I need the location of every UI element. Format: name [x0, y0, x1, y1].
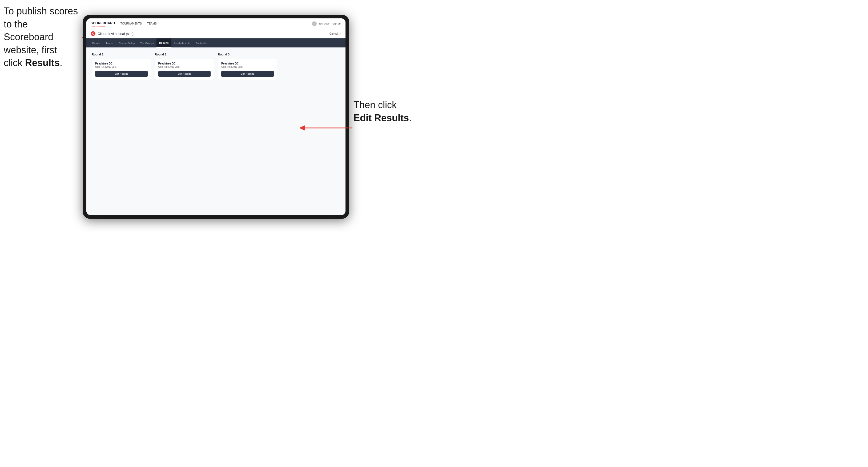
round-1-title: Round 1	[92, 53, 151, 56]
instruction-line1: To publish scores	[4, 6, 78, 17]
round-3-details: Gold (M) (7010 yds)	[221, 66, 274, 68]
nav-links: TOURNAMENTS TEAMS	[121, 22, 157, 25]
nav-right: U Test User | Sign out	[312, 21, 341, 26]
tab-course-setup[interactable]: Course Setup	[116, 38, 137, 48]
rounds-grid: Round 1 Peachtree GC Gold (M) (7010 yds)…	[92, 53, 340, 80]
tab-tee-groups[interactable]: Tee Groups	[137, 38, 156, 48]
instruction-right: Then click Edit Results.	[353, 99, 428, 124]
instruction-left: To publish scores to the Scoreboard webs…	[4, 5, 79, 69]
round-1-card: Peachtree GC Gold (M) (7010 yds) Edit Re…	[92, 59, 151, 80]
tournament-header: C Clippd Invitational (sim) Cancel ✕	[86, 29, 345, 38]
round-3-column: Round 3 Peachtree GC Gold (M) (7010 yds)…	[218, 53, 277, 80]
round-2-title: Round 2	[155, 53, 214, 56]
round-2-column: Round 2 Peachtree GC Gold (M) (7010 yds)…	[155, 53, 214, 80]
edit-results-1-button[interactable]: Edit Results	[95, 71, 148, 77]
top-nav: SCOREBOARD Powered by clippd TOURNAMENTS…	[86, 19, 345, 29]
edit-results-3-button[interactable]: Edit Results	[221, 71, 274, 77]
round-2-card: Peachtree GC Gold (M) (7010 yds) Edit Re…	[155, 59, 214, 80]
instruction-right-bold: Edit Results	[353, 113, 409, 123]
round-1-course: Peachtree GC	[95, 62, 148, 65]
tournament-name: Clippd Invitational (sim)	[98, 32, 133, 36]
edit-results-2-button[interactable]: Edit Results	[158, 71, 211, 77]
tablet-frame: SCOREBOARD Powered by clippd TOURNAMENTS…	[83, 15, 349, 219]
tab-nav: Details Teams Course Setup Tee Groups Re…	[86, 38, 345, 48]
tab-printables[interactable]: Printables	[193, 38, 210, 48]
logo: SCOREBOARD Powered by clippd	[91, 21, 115, 27]
round-3-card: Peachtree GC Gold (M) (7010 yds) Edit Re…	[218, 59, 277, 80]
user-label: Test User |	[319, 22, 330, 25]
tab-teams[interactable]: Teams	[103, 38, 116, 48]
instruction-bold: Results	[25, 57, 60, 68]
instruction-line4: click Results.	[4, 57, 62, 68]
round-1-details: Gold (M) (7010 yds)	[95, 66, 148, 68]
round-2-course: Peachtree GC	[158, 62, 211, 65]
round-4-column-empty	[281, 53, 340, 80]
sign-out-link[interactable]: Sign out	[333, 22, 341, 25]
cancel-button[interactable]: Cancel ✕	[330, 32, 341, 35]
tab-leaderboards[interactable]: Leaderboards	[172, 38, 193, 48]
instruction-line2: to the Scoreboard	[4, 19, 53, 43]
instruction-right-line1: Then click	[353, 99, 397, 111]
main-content: Round 1 Peachtree GC Gold (M) (7010 yds)…	[86, 48, 345, 215]
nav-teams[interactable]: TEAMS	[147, 22, 157, 25]
round-1-column: Round 1 Peachtree GC Gold (M) (7010 yds)…	[92, 53, 151, 80]
tab-results[interactable]: Results	[156, 38, 172, 48]
user-avatar: U	[312, 21, 317, 26]
nav-tournaments[interactable]: TOURNAMENTS	[121, 22, 142, 25]
round-3-course: Peachtree GC	[221, 62, 274, 65]
tablet-screen: SCOREBOARD Powered by clippd TOURNAMENTS…	[86, 19, 345, 215]
round-2-details: Gold (M) (7010 yds)	[158, 66, 211, 68]
tournament-icon: C	[91, 31, 95, 36]
tab-details[interactable]: Details	[90, 38, 103, 48]
instruction-line3: website, first	[4, 44, 57, 56]
round-3-title: Round 3	[218, 53, 277, 56]
